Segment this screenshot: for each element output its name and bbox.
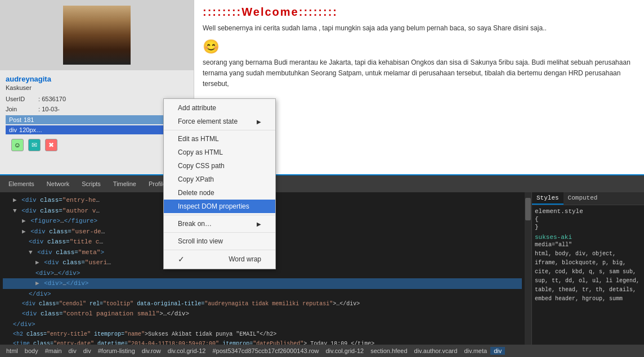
menu-item-copy-css-path[interactable]: Copy CSS path (164, 159, 275, 173)
css-link[interactable]: sukses-aki (535, 234, 641, 241)
right-panel: Styles Computed element.style { } sukses… (531, 192, 644, 345)
tab-timeline[interactable]: Timeline (108, 178, 142, 189)
right-content: element.style { } sukses-aki media="all"… (532, 205, 644, 306)
scrollbar-vertical[interactable] (525, 192, 531, 345)
breadcrumb-item-div-author-vcard[interactable]: div.author.vcard (411, 347, 461, 355)
devtools-body: ▶ <div class="entry-he… ▼ <div class="au… (0, 192, 644, 345)
menu-item-scroll-into-view[interactable]: Scroll into view (164, 234, 275, 248)
checkmark-icon: ✓ (178, 255, 185, 264)
menu-separator-4 (164, 250, 275, 250)
breadcrumb-item-div-active[interactable]: div (490, 347, 505, 355)
main-container: audreynagita Kaskuser UserID : 6536170 J… (0, 0, 644, 357)
menu-item-break-on[interactable]: Break on… ▶ (164, 217, 275, 231)
menu-item-edit-as-html[interactable]: Edit as HTML (164, 132, 275, 146)
devtools-tabs: Elements Network Scripts Timeline Profil… (0, 175, 644, 192)
breadcrumb-item-div2[interactable]: div (80, 347, 95, 355)
dom-line[interactable]: <h2 class="entry-title" itemprop="name">… (3, 329, 522, 339)
css-selector-element: element.style (535, 208, 641, 215)
arrow-icon: ▶ (257, 119, 261, 125)
dom-line[interactable]: <div class="control pagination small">…<… (3, 309, 522, 319)
tab-scripts[interactable]: Scripts (76, 178, 106, 189)
tab-elements[interactable]: Elements (3, 178, 40, 189)
context-menu-overlay: Add attribute Force element state ▶ Edit… (163, 98, 276, 269)
div-row: div 120px… (6, 125, 188, 134)
arrow-icon-2: ▶ (257, 221, 261, 227)
top-area: audreynagita Kaskuser UserID : 6536170 J… (0, 0, 644, 174)
user-details: UserID : 6536170 Join : 10-03- (6, 94, 188, 114)
menu-separator-3 (164, 232, 275, 233)
breadcrumb-item-forum-listing[interactable]: #forum-listing (95, 347, 138, 355)
breadcrumb-item-col-grid-12-2[interactable]: div.col.grid-12 (322, 347, 367, 355)
content-intro: Well sebenernya ini cerita sudah lama , … (203, 23, 636, 33)
action-icons: ☺ ✉ ✖ (6, 134, 188, 156)
action-icon-teal[interactable]: ✉ (28, 139, 41, 151)
breadcrumb-item-post-row[interactable]: #post5347cd875ccb17cf26000143.row (209, 347, 322, 355)
menu-item-word-wrap[interactable]: ✓ Word wrap (164, 252, 275, 266)
breadcrumb-item-section-hfeed[interactable]: section.hfeed (367, 347, 410, 355)
tab-computed[interactable]: Computed (564, 192, 602, 205)
dom-line[interactable]: <time class="entry-date" datetime="2014-… (3, 339, 522, 345)
breadcrumb: html body #main div div #forum-listing d… (0, 345, 644, 357)
menu-item-force-element-state[interactable]: Force element state ▶ (164, 115, 275, 128)
css-selectors: html, body, div, object, iframe, blockqu… (535, 250, 641, 304)
right-tabs: Styles Computed (532, 192, 644, 205)
menu-item-inspect-dom[interactable]: Inspect DOM properties (164, 200, 275, 213)
breadcrumb-item-div1[interactable]: div (65, 347, 80, 355)
dom-line-selected[interactable]: ▶ <div>…</div> (3, 278, 522, 289)
menu-item-copy-xpath[interactable]: Copy XPath (164, 173, 275, 186)
dom-line[interactable]: <div>…</div> (3, 268, 522, 279)
avatar (63, 6, 131, 65)
breadcrumb-item-html[interactable]: html (3, 347, 21, 355)
devtools: Elements Network Scripts Timeline Profil… (0, 174, 644, 357)
username[interactable]: audreynagita (6, 75, 188, 83)
breadcrumb-item-main[interactable]: #main (42, 347, 65, 355)
menu-item-copy-as-html[interactable]: Copy as HTML (164, 146, 275, 159)
emoji: 😊 (203, 39, 636, 55)
content-body: seorang yang bernama Budi merantau ke Ja… (203, 57, 636, 90)
css-inherited: media="all" (535, 241, 641, 250)
breadcrumb-item-div-row[interactable]: div.row (138, 347, 164, 355)
action-icon-green[interactable]: ☺ (11, 139, 24, 151)
user-role: Kaskuser (6, 84, 188, 91)
menu-separator-1 (164, 130, 275, 130)
menu-item-add-attribute[interactable]: Add attribute (164, 101, 275, 115)
tab-styles[interactable]: Styles (532, 192, 564, 205)
action-icon-red[interactable]: ✖ (45, 139, 57, 151)
breadcrumb-item-body[interactable]: body (21, 347, 42, 355)
content-title: ::::::::Welcome:::::::: (203, 6, 636, 19)
scrollbar-thumb[interactable] (525, 198, 531, 220)
post-row: Post 181 (6, 115, 188, 124)
menu-item-delete-node[interactable]: Delete node (164, 186, 275, 200)
dom-line[interactable]: </div> (3, 289, 522, 300)
breadcrumb-item-col-grid-12-1[interactable]: div.col.grid-12 (164, 347, 209, 355)
dom-line[interactable]: </div> (3, 319, 522, 330)
dom-line[interactable]: <div class="cendol" rel="tooltip" data-o… (3, 299, 522, 309)
context-menu: Add attribute Force element state ▶ Edit… (163, 98, 276, 269)
tab-network[interactable]: Network (41, 178, 75, 189)
avatar-section (0, 0, 194, 70)
breadcrumb-item-div-meta[interactable]: div.meta (460, 347, 490, 355)
menu-separator-2 (164, 215, 275, 215)
